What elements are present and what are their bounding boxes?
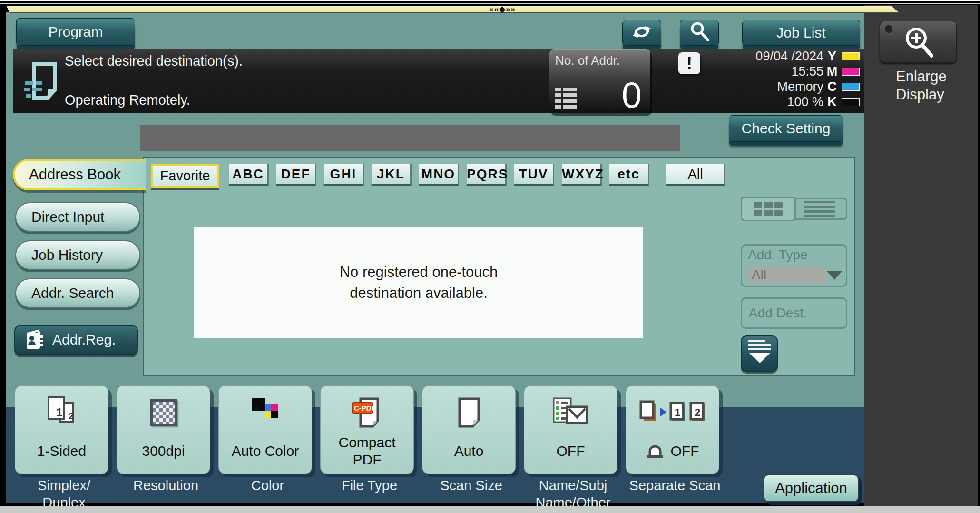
tab-job-history[interactable]: Job History <box>15 240 140 270</box>
search-icon <box>689 21 710 45</box>
blank-page-icon <box>456 392 482 434</box>
color-button[interactable]: Auto Color <box>218 385 312 474</box>
status-message: Select desired destination(s). <box>65 53 243 69</box>
index-tab-wxyz[interactable]: WXYZ <box>561 164 602 186</box>
index-tab-all[interactable]: All <box>666 164 725 186</box>
toner-row: K <box>825 94 864 109</box>
scan-size-button[interactable]: Auto <box>422 385 516 474</box>
tab-address-book[interactable]: Address Book <box>13 159 146 190</box>
resolution-button[interactable]: 300dpi <box>117 385 210 474</box>
refresh-button[interactable] <box>622 20 661 46</box>
simplex-duplex-button[interactable]: 2 1 1-Sided <box>15 385 108 474</box>
svg-text:2: 2 <box>69 412 73 421</box>
hardware-sidebar: Enlarge Display <box>864 5 978 506</box>
addr-reg-label: Addr.Reg. <box>52 332 116 348</box>
magnifier-plus-icon <box>902 25 937 62</box>
file-type-button[interactable]: C-PDF Compact PDF <box>320 385 414 474</box>
svg-text:1: 1 <box>56 406 62 419</box>
list-envelope-icon <box>552 392 590 434</box>
memory-label: Memory <box>755 79 823 94</box>
status-message-2: Operating Remotely. <box>65 92 190 108</box>
svg-text:2: 2 <box>695 406 700 418</box>
toner-row: Y <box>825 49 864 64</box>
scroll-list-icon <box>748 340 777 350</box>
main-screen: Program Job List <box>6 12 864 503</box>
job-list-button[interactable]: Job List <box>742 20 860 46</box>
settings-label: Color <box>214 477 322 494</box>
screen-frame-line <box>0 3 980 4</box>
resolution-icon <box>150 392 177 434</box>
settings-label: Scan Size <box>417 477 525 494</box>
index-tab-favorite[interactable]: Favorite <box>151 164 219 188</box>
index-tab-def[interactable]: DEF <box>276 164 316 186</box>
toner-bar-cyan <box>842 83 860 91</box>
slide-handle-strip[interactable]: ««◆»» <box>7 6 899 13</box>
application-button[interactable]: Application <box>764 474 859 502</box>
scan-document-icon <box>24 60 61 106</box>
address-type-select[interactable]: All <box>747 266 826 284</box>
index-tab-ghi[interactable]: GHI <box>323 164 364 186</box>
index-tab-pqrs[interactable]: PQRS <box>466 164 507 186</box>
program-button[interactable]: Program <box>16 18 135 46</box>
arrow-down-icon <box>749 353 771 363</box>
view-toggle <box>741 197 847 221</box>
address-count-label: No. of Addr. <box>555 53 620 68</box>
refresh-icon <box>631 21 653 45</box>
enlarge-display-button[interactable] <box>880 21 957 63</box>
separate-scan-button[interactable]: 1 2 OFF <box>626 385 719 474</box>
grid-view-button[interactable] <box>741 197 796 221</box>
compact-pdf-icon: C-PDF <box>351 392 383 434</box>
tab-addr-search[interactable]: Addr. Search <box>15 278 140 308</box>
list-view-button[interactable] <box>792 198 847 220</box>
screen-frame-bottom <box>0 506 980 513</box>
alert-icon[interactable]: ! <box>678 52 700 74</box>
time-text: 15:55 <box>755 64 823 79</box>
simplex-duplex-icon: 2 1 <box>44 392 80 434</box>
separate-scan-icon: 1 2 <box>637 392 708 434</box>
address-count-box[interactable]: No. of Addr. 0 <box>549 49 650 113</box>
address-type-filter[interactable]: Add. Type All <box>741 244 847 287</box>
enlarge-display-label: Enlarge Display <box>896 68 947 104</box>
toner-row: C <box>825 79 864 94</box>
destination-list-icon <box>555 88 577 109</box>
device-screen: ««◆»» Program Job List <box>0 0 980 513</box>
address-count-value: 0 <box>622 77 642 113</box>
svg-text:C-PDF: C-PDF <box>354 404 376 412</box>
status-bar: Select desired destination(s). Operating… <box>13 49 864 113</box>
toner-bar-magenta <box>842 68 860 76</box>
lamp-icon <box>646 444 664 459</box>
date-text: 09/04 /2024 <box>755 49 823 64</box>
address-book-icon <box>24 329 46 351</box>
tab-direct-input[interactable]: Direct Input <box>15 202 140 232</box>
index-tab-mno[interactable]: MNO <box>419 164 459 186</box>
address-book-panel: Favorite ABC DEF GHI JKL MNO PQRS TUV WX… <box>143 157 855 376</box>
memory-percent: 100 % <box>755 94 823 109</box>
toner-bar-yellow <box>842 52 860 60</box>
svg-text:1: 1 <box>675 406 680 418</box>
address-type-label: Add. Type <box>748 247 808 263</box>
chevron-down-icon <box>827 271 842 280</box>
list-view-icon <box>804 198 835 220</box>
search-button[interactable] <box>680 20 719 46</box>
destination-summary-bar <box>140 125 680 151</box>
color-mode-icon <box>250 392 281 434</box>
index-tab-row: Favorite ABC DEF GHI JKL MNO PQRS TUV WX… <box>151 164 733 188</box>
empty-destination-message: No registered one-touch destination avai… <box>194 227 643 338</box>
index-tab-etc[interactable]: etc <box>609 164 649 186</box>
check-setting-button[interactable]: Check Setting <box>729 115 843 142</box>
index-tab-abc[interactable]: ABC <box>228 164 269 186</box>
index-tab-jkl[interactable]: JKL <box>371 164 412 186</box>
toner-row: M <box>825 64 864 79</box>
index-tab-tuv[interactable]: TUV <box>514 164 554 186</box>
machine-info: 09/04 /2024 15:55 Memory 100 % <box>755 49 823 109</box>
settings-label: Separate Scan <box>621 477 729 494</box>
slide-handle-icon[interactable]: ««◆»» <box>479 5 526 13</box>
addr-reg-button[interactable]: Addr.Reg. <box>14 325 138 355</box>
name-subject-button[interactable]: OFF <box>524 385 617 474</box>
add-destination-button[interactable]: Add Dest. <box>741 297 847 329</box>
grid-view-icon <box>754 202 783 216</box>
toner-levels: Y M C K <box>825 49 864 109</box>
settings-label: Resolution <box>112 477 220 494</box>
scroll-down-button[interactable] <box>741 335 778 372</box>
settings-label: File Type <box>315 477 423 494</box>
